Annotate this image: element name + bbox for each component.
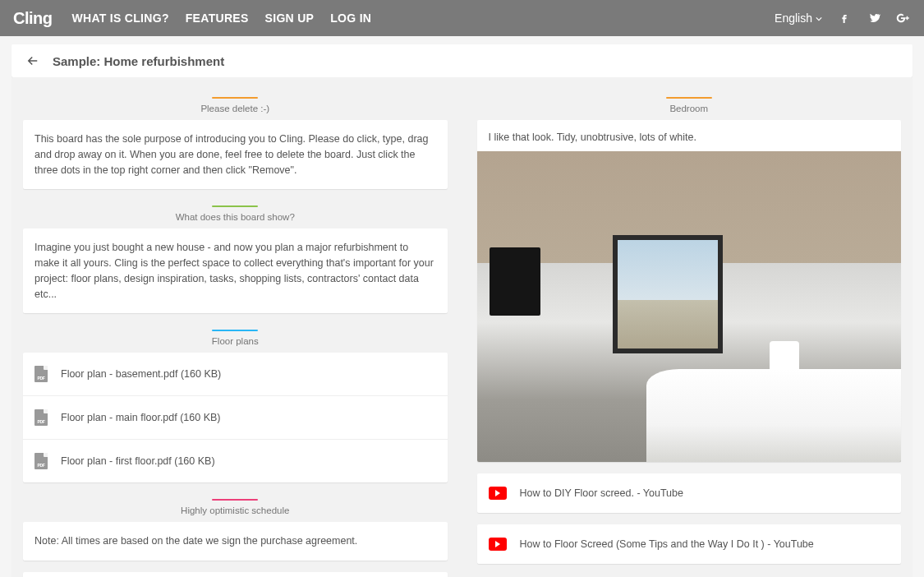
file-name: Floor plan - first floor.pdf (160 KB) [61,455,215,467]
file-item-basement[interactable]: Floor plan - basement.pdf (160 KB) [23,353,448,396]
language-selector[interactable]: English [775,12,822,25]
language-label: English [775,12,812,25]
youtube-icon [489,538,507,551]
back-arrow-icon[interactable] [25,53,41,69]
bedroom-caption: I like that look. Tidy, unobtrusive, lot… [477,120,902,151]
card-what-shows[interactable]: Imagine you just bought a new house - an… [23,228,448,313]
bedroom-chair [770,341,799,372]
section-header-please-delete: Please delete :-) [23,97,448,113]
card-schedule-note[interactable]: Note: All times are based on the date we… [23,522,448,561]
board-header: Sample: Home refurbishment [11,44,913,77]
bedroom-tv [490,247,540,316]
page-shell: Sample: Home refurbishment Please delete… [0,36,924,577]
section-header-what-shows: What does this board show? [23,205,448,222]
google-plus-icon[interactable] [896,11,911,25]
video-title: How to Floor Screed (Some Tips and the W… [520,538,814,550]
top-navbar: Cling WHAT IS CLING? FEATURES SIGN UP LO… [0,0,924,36]
column-right: Bedroom I like that look. Tidy, unobtrus… [477,92,902,575]
youtube-icon [489,487,507,500]
chevron-down-icon [816,12,822,25]
section-label: Highly optimistic schedule [181,505,289,515]
section-bar [212,205,258,207]
video-title: How to DIY Floor screed. - YouTube [520,487,683,499]
twitter-icon[interactable] [867,11,881,25]
card-schedule-week[interactable]: Week 1 to 4: Brainstorming Decide what t… [23,572,448,577]
card-video-1: How to DIY Floor screed. - YouTube [477,473,902,513]
pdf-icon [34,409,48,426]
section-label: What does this board show? [176,212,295,222]
section-header-bedroom: Bedroom [477,97,902,113]
section-bar [212,97,258,99]
video-item[interactable]: How to Floor Screed (Some Tips and the W… [477,524,902,564]
nav-features[interactable]: FEATURES [186,12,249,25]
file-name: Floor plan - main floor.pdf (160 KB) [61,412,221,423]
section-bar [666,97,712,99]
section-label: Bedroom [669,104,708,113]
file-name: Floor plan - basement.pdf (160 KB) [61,368,221,380]
section-label: Please delete :-) [200,104,269,113]
section-bar [212,499,258,501]
card-please-delete[interactable]: This board has the sole purpose of intro… [23,120,448,189]
section-label: Floor plans [212,336,259,346]
board-title: Sample: Home refurbishment [53,54,224,68]
nav-what-is-cling[interactable]: WHAT IS CLING? [72,12,169,25]
nav-sign-up[interactable]: SIGN UP [265,12,315,25]
file-item-first-floor[interactable]: Floor plan - first floor.pdf (160 KB) [23,440,448,482]
nav-links: WHAT IS CLING? FEATURES SIGN UP LOG IN [72,12,756,25]
nav-log-in[interactable]: LOG IN [330,12,371,25]
pdf-icon [34,453,48,469]
pdf-icon [34,366,48,382]
brand-logo[interactable]: Cling [13,9,53,28]
board-body: Please delete :-) This board has the sol… [11,77,913,577]
facebook-icon[interactable] [837,11,852,25]
card-floor-plans: Floor plan - basement.pdf (160 KB) Floor… [23,353,448,482]
section-schedule: Highly optimistic schedule Note: All tim… [23,494,448,577]
video-item[interactable]: How to DIY Floor screed. - YouTube [477,473,902,513]
bedroom-photo [477,151,902,462]
section-header-schedule: Highly optimistic schedule [23,499,448,515]
column-left: Please delete :-) This board has the sol… [23,92,448,577]
section-bar [212,330,258,331]
topbar-right: English [775,11,911,25]
file-item-main-floor[interactable]: Floor plan - main floor.pdf (160 KB) [23,396,448,440]
card-bedroom[interactable]: I like that look. Tidy, unobtrusive, lot… [477,120,902,462]
section-header-floor-plans: Floor plans [23,330,448,346]
card-video-2: How to Floor Screed (Some Tips and the W… [477,524,902,564]
